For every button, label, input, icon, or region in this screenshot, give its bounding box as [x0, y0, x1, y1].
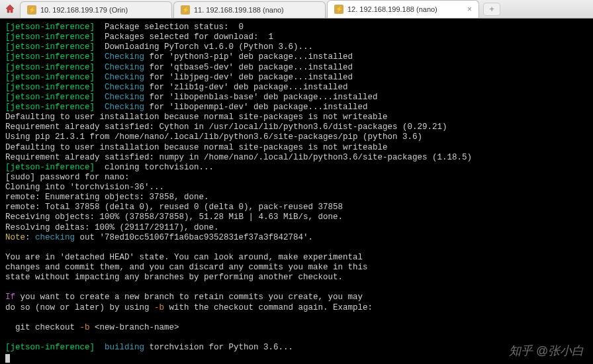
tab-bar: ⚡ 10. 192.168.199.179 (Orin) ⚡ 11. 192.1… — [0, 0, 593, 19]
home-button[interactable] — [0, 0, 20, 18]
log-prefix: [jetson-inference] — [5, 52, 95, 62]
log-line: remote: Total 37858 (delta 0), reused 0 … — [5, 203, 343, 212]
terminal-icon: ⚡ — [27, 5, 36, 15]
tab-12[interactable]: ⚡ 12. 192.168.199.188 (nano) × — [327, 0, 479, 18]
log-prefix: [jetson-inference] — [5, 343, 95, 352]
tab-label: 11. 192.168.199.188 (nano) — [194, 6, 284, 14]
tab-label: 12. 192.168.199.188 (nano) — [347, 5, 437, 13]
log-line: Resolving deltas: 100% (29117/29117), do… — [5, 223, 219, 232]
log-line: Using pip 21.3.1 from /home/nano/.local/… — [5, 132, 422, 142]
log-prefix: [jetson-inference] — [5, 73, 95, 82]
log-prefix: [jetson-inference] — [5, 42, 95, 52]
log-line: Receiving objects: 100% (37858/37858), 5… — [5, 212, 343, 222]
log-line: changes and commit them, and you can dis… — [5, 263, 368, 272]
home-icon — [5, 4, 15, 13]
log-line: Defaulting to user installation because … — [5, 113, 388, 122]
log-prefix: [jetson-inference] — [5, 83, 95, 92]
log-prefix: [jetson-inference] — [5, 23, 95, 32]
tab-label: 10. 192.168.199.179 (Orin) — [40, 6, 128, 14]
log-line: Cloning into 'torchvision-36'... — [5, 183, 164, 192]
if-keyword: If — [5, 293, 15, 302]
tab-10[interactable]: ⚡ 10. 192.168.199.179 (Orin) — [20, 1, 172, 18]
log-line: Defaulting to user installation because … — [5, 143, 388, 152]
log-line: remote: Enumerating objects: 37858, done… — [5, 193, 209, 202]
log-prefix: [jetson-inference] — [5, 93, 95, 102]
watermark: 知乎 @张小白 — [509, 344, 584, 359]
terminal-cursor — [5, 354, 10, 363]
terminal-output[interactable]: [jetson-inference] Package selection sta… — [0, 19, 593, 364]
log-line: state without impacting any branches by … — [5, 273, 343, 282]
new-tab-button[interactable]: + — [483, 3, 500, 16]
log-line: Requirement already satisfied: numpy in … — [5, 153, 472, 162]
tab-11[interactable]: ⚡ 11. 192.168.199.188 (nano) — [173, 1, 326, 18]
terminal-icon: ⚡ — [181, 5, 190, 15]
log-prefix: [jetson-inference] — [5, 63, 95, 72]
terminal-icon: ⚡ — [334, 5, 343, 14]
log-prefix: [jetson-inference] — [5, 163, 95, 172]
log-line: You are in 'detached HEAD' state. You ca… — [5, 253, 363, 262]
log-prefix: [jetson-inference] — [5, 32, 95, 42]
log-prefix: [jetson-inference] — [5, 103, 95, 112]
close-icon[interactable]: × — [467, 5, 472, 14]
log-line: [sudo] password for nano: — [5, 173, 130, 182]
note-label: Note — [5, 233, 25, 242]
log-line: Requirement already satisfied: Cython in… — [5, 122, 447, 132]
